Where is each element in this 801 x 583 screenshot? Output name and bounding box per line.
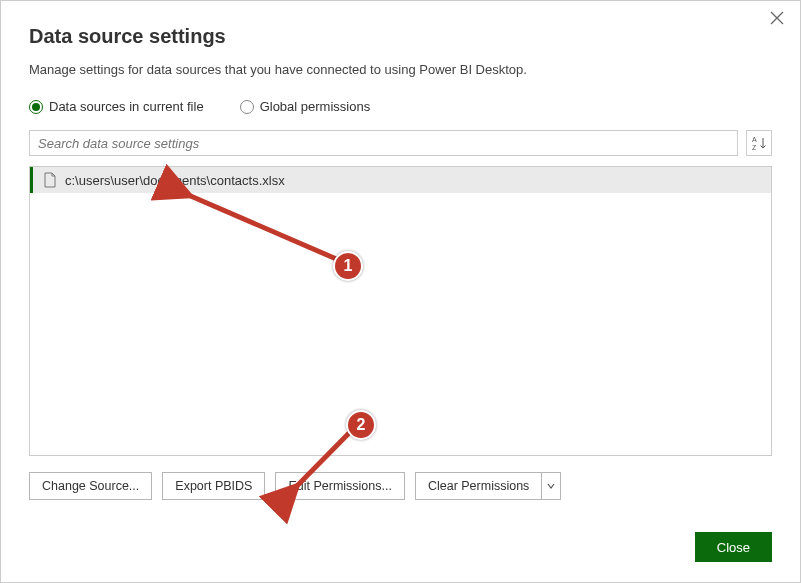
change-source-button[interactable]: Change Source... xyxy=(29,472,152,500)
radio-current-file[interactable]: Data sources in current file xyxy=(29,99,204,114)
close-button[interactable]: Close xyxy=(695,532,772,562)
clear-permissions-button[interactable]: Clear Permissions xyxy=(415,472,541,500)
list-item-path: c:\users\user\documents\contacts.xlsx xyxy=(65,173,285,188)
edit-permissions-button[interactable]: Edit Permissions... xyxy=(275,472,405,500)
search-row: A Z xyxy=(29,130,772,156)
data-source-list[interactable]: c:\users\user\documents\contacts.xlsx xyxy=(29,166,772,456)
dialog-subtitle: Manage settings for data sources that yo… xyxy=(29,62,772,77)
sort-button[interactable]: A Z xyxy=(746,130,772,156)
chevron-down-icon xyxy=(547,482,555,490)
svg-text:Z: Z xyxy=(752,144,757,151)
data-source-settings-dialog: Data source settings Manage settings for… xyxy=(0,0,801,583)
action-button-row: Change Source... Export PBIDS Edit Permi… xyxy=(29,472,772,500)
radio-label: Data sources in current file xyxy=(49,99,204,114)
scope-radio-group: Data sources in current file Global perm… xyxy=(29,99,772,114)
clear-permissions-split: Clear Permissions xyxy=(415,472,561,500)
export-pbids-button[interactable]: Export PBIDS xyxy=(162,472,265,500)
file-icon xyxy=(43,172,57,188)
clear-permissions-dropdown[interactable] xyxy=(541,472,561,500)
radio-icon xyxy=(240,100,254,114)
radio-icon xyxy=(29,100,43,114)
dialog-footer: Close xyxy=(695,532,772,562)
sort-az-icon: A Z xyxy=(751,135,767,151)
radio-global-permissions[interactable]: Global permissions xyxy=(240,99,371,114)
search-input[interactable] xyxy=(29,130,738,156)
close-icon[interactable] xyxy=(770,11,786,27)
dialog-title: Data source settings xyxy=(29,25,772,48)
list-item[interactable]: c:\users\user\documents\contacts.xlsx xyxy=(30,167,771,193)
radio-label: Global permissions xyxy=(260,99,371,114)
svg-text:A: A xyxy=(752,136,757,143)
